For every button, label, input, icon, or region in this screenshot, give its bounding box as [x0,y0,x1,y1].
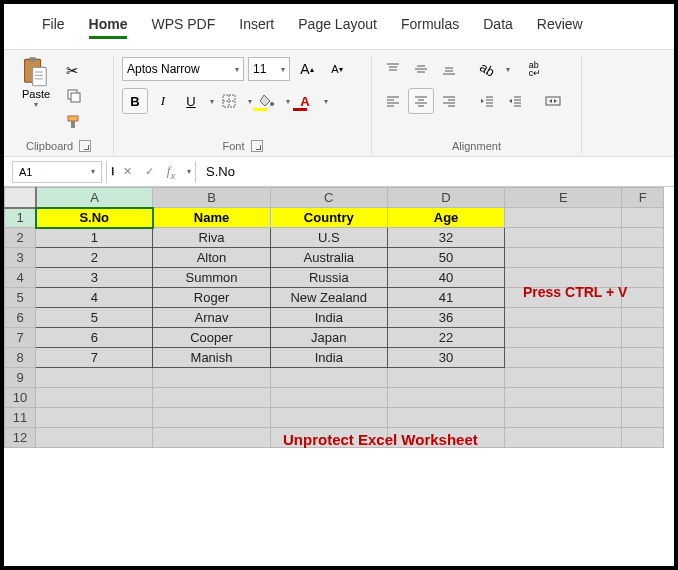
cell[interactable]: Age [387,208,504,228]
cell[interactable] [270,408,387,428]
tab-home[interactable]: Home [89,16,128,39]
cell[interactable]: 41 [387,288,504,308]
enter-icon[interactable]: ✓ [139,165,159,178]
cell[interactable] [622,408,664,428]
wrap-text-icon[interactable]: abc↵ [522,56,548,82]
cell[interactable]: Riva [153,228,270,248]
orientation-icon[interactable]: ab [474,56,500,82]
row-header[interactable]: 9 [5,368,36,388]
cell[interactable]: Australia [270,248,387,268]
align-left-icon[interactable] [380,88,406,114]
col-header-e[interactable]: E [505,188,622,208]
font-color-button[interactable]: A [292,88,318,114]
cell[interactable] [36,388,153,408]
font-name-select[interactable]: Aptos Narrow▾ [122,57,244,81]
cell[interactable]: 30 [387,348,504,368]
cell[interactable]: 36 [387,308,504,328]
cell[interactable]: Summon [153,268,270,288]
cell[interactable]: 1 [36,228,153,248]
underline-button[interactable]: U [178,88,204,114]
cell[interactable] [505,208,622,228]
cell[interactable] [622,368,664,388]
cell[interactable] [505,308,622,328]
cell[interactable]: 6 [36,328,153,348]
tab-insert[interactable]: Insert [239,16,274,39]
cell[interactable]: 50 [387,248,504,268]
row-header[interactable]: 12 [5,428,36,448]
row-header[interactable]: 6 [5,308,36,328]
formula-input[interactable]: S.No [196,162,674,181]
fx-icon[interactable]: fx [161,163,181,181]
cell[interactable]: Country [270,208,387,228]
cell[interactable] [36,428,153,448]
chevron-down-icon[interactable]: ▾ [210,97,214,106]
row-header[interactable]: 8 [5,348,36,368]
cancel-icon[interactable]: ✕ [117,165,137,178]
cell[interactable]: Name [153,208,270,228]
col-header-b[interactable]: B [153,188,270,208]
fill-color-button[interactable] [254,88,280,114]
decrease-indent-icon[interactable] [474,88,500,114]
cell[interactable] [36,408,153,428]
paste-button[interactable]: Paste ▾ [12,56,60,109]
cut-icon[interactable]: ✂ [66,62,82,80]
row-header[interactable]: 3 [5,248,36,268]
row-header[interactable]: 10 [5,388,36,408]
cell[interactable] [505,408,622,428]
tab-file[interactable]: File [42,16,65,39]
cell[interactable] [622,288,664,308]
colon-icon[interactable]: ⁞ [111,165,115,178]
cell[interactable] [622,348,664,368]
cell[interactable] [505,248,622,268]
cell[interactable] [622,248,664,268]
align-top-icon[interactable] [380,56,406,82]
cell[interactable] [153,428,270,448]
cell[interactable]: 7 [36,348,153,368]
cell[interactable]: 4 [36,288,153,308]
align-right-icon[interactable] [436,88,462,114]
tab-review[interactable]: Review [537,16,583,39]
borders-button[interactable] [216,88,242,114]
cell[interactable]: 40 [387,268,504,288]
cell[interactable]: New Zealand [270,288,387,308]
chevron-down-icon[interactable]: ▾ [506,65,510,74]
align-center-icon[interactable] [408,88,434,114]
cell[interactable] [622,328,664,348]
cell[interactable] [505,328,622,348]
decrease-font-icon[interactable]: A▾ [324,56,350,82]
col-header-d[interactable]: D [387,188,504,208]
cell[interactable] [505,228,622,248]
font-launcher[interactable] [251,140,263,152]
col-header-a[interactable]: A [36,188,153,208]
cell[interactable] [387,388,504,408]
select-all-corner[interactable] [5,188,36,208]
chevron-down-icon[interactable]: ▾ [187,167,191,176]
cell[interactable] [505,428,622,448]
tab-wps-pdf[interactable]: WPS PDF [151,16,215,39]
align-bottom-icon[interactable] [436,56,462,82]
tab-formulas[interactable]: Formulas [401,16,459,39]
cell[interactable]: 22 [387,328,504,348]
name-box[interactable]: A1▾ [12,161,102,183]
chevron-down-icon[interactable]: ▾ [248,97,252,106]
worksheet[interactable]: A B C D E F 1 S.No Name Country Age 21Ri… [4,187,674,448]
cell[interactable]: India [270,348,387,368]
cell[interactable] [153,388,270,408]
row-header[interactable]: 4 [5,268,36,288]
cell[interactable]: U.S [270,228,387,248]
col-header-c[interactable]: C [270,188,387,208]
font-size-select[interactable]: 11▾ [248,57,290,81]
format-painter-icon[interactable] [66,114,82,132]
cell[interactable]: Manish [153,348,270,368]
row-header[interactable]: 5 [5,288,36,308]
row-header[interactable]: 1 [5,208,36,228]
bold-button[interactable]: B [122,88,148,114]
cell[interactable] [505,368,622,388]
cell[interactable] [622,268,664,288]
cell[interactable] [622,208,664,228]
cell[interactable]: 3 [36,268,153,288]
copy-icon[interactable] [66,88,82,106]
cell[interactable] [622,428,664,448]
cell[interactable]: Japan [270,328,387,348]
cell[interactable]: 2 [36,248,153,268]
